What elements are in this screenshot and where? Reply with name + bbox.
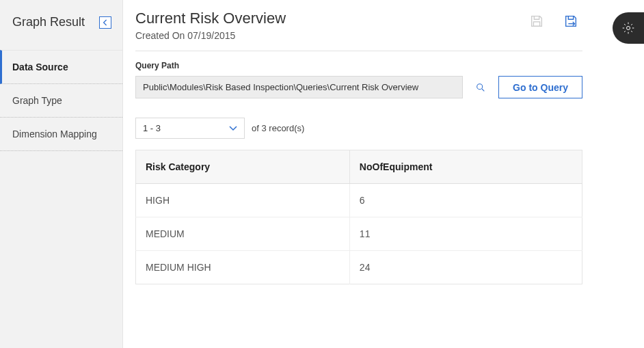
cell-no-of-equipment: 24 [349,251,582,284]
table-row: HIGH 6 [136,184,582,217]
go-to-query-button[interactable]: Go to Query [498,76,582,98]
query-path-input[interactable] [135,76,463,98]
cell-risk-category: HIGH [136,184,350,217]
table-row: MEDIUM 11 [136,217,582,251]
svg-point-2 [627,27,630,30]
collapse-sidebar-button[interactable] [99,16,111,29]
search-icon [475,82,486,93]
export-button[interactable] [563,14,578,29]
cell-risk-category: MEDIUM HIGH [136,251,350,284]
cell-risk-category: MEDIUM [136,217,350,251]
record-count-text: of 3 record(s) [252,123,304,133]
chevron-left-icon [103,19,108,26]
gear-icon [621,21,635,35]
settings-button[interactable] [613,12,644,44]
query-search-button[interactable] [472,76,489,98]
table-row: MEDIUM HIGH 24 [136,251,582,284]
created-on-text: Created On 07/19/2015 [135,30,286,41]
svg-point-1 [477,83,483,89]
right-gutter [603,0,644,348]
record-range-value: 1 - 3 [143,123,161,133]
sidebar-item-graph-type[interactable]: Graph Type [0,84,122,118]
cell-no-of-equipment: 6 [349,184,582,217]
chevron-down-icon [229,126,237,131]
col-header-no-of-equipment: NoOfEquipment [349,150,582,184]
page-title: Current Risk Overview [135,10,286,27]
save-button [529,14,544,29]
sidebar-title: Graph Result [12,15,85,29]
export-icon [563,14,578,29]
cell-no-of-equipment: 11 [349,217,582,251]
query-path-label: Query Path [135,61,582,70]
results-table: Risk Category NoOfEquipment HIGH 6 MEDIU… [135,150,582,284]
sidebar-item-dimension-mapping[interactable]: Dimension Mapping [0,118,122,151]
svg-rect-0 [533,22,539,26]
sidebar-item-data-source[interactable]: Data Source [0,50,122,84]
save-icon [529,14,544,29]
record-range-select[interactable]: 1 - 3 [135,118,245,139]
sidebar: Graph Result Data Source Graph Type Dime… [0,0,123,348]
col-header-risk-category: Risk Category [136,150,350,184]
main-content: Current Risk Overview Created On 07/19/2… [123,0,603,348]
divider [135,51,582,51]
